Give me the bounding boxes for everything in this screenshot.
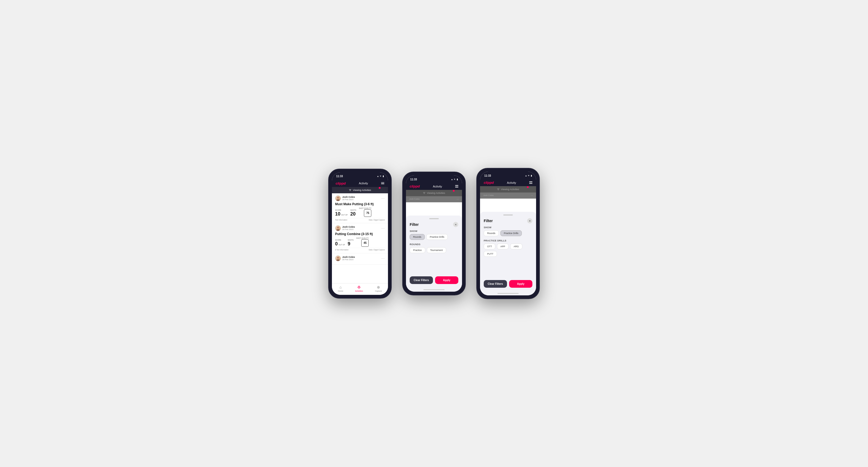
dimmed-user-bar: Josh Coles ···: [406, 196, 462, 202]
logo-2: clippd: [410, 184, 420, 188]
apply-2[interactable]: Apply: [435, 276, 458, 284]
chip-tournament-2[interactable]: Tournament: [427, 247, 446, 253]
close-filter-3[interactable]: ✕: [527, 218, 532, 223]
status-icons-2: ▲ ᯤ ▮: [451, 178, 458, 181]
capture-label: Capture: [375, 290, 382, 292]
avatar-1: [335, 195, 341, 201]
user-name-1: Josh Coles: [342, 196, 355, 198]
menu-icon-2[interactable]: [455, 185, 458, 187]
notch-2: [424, 175, 444, 181]
rounds-chips-2: Practice Tournament: [410, 247, 458, 253]
user-date-1: 28 Feb 2023: [342, 198, 355, 201]
capture-icon: ⊕: [377, 285, 380, 289]
nav-bar-1: clippd Activity: [332, 180, 388, 187]
viewing-bar-3-dimmed: Viewing Activities: [480, 186, 536, 192]
chip-rounds-2[interactable]: Rounds: [410, 234, 425, 240]
sheet-header-2: Filter ✕: [410, 222, 458, 227]
chip-putt-3[interactable]: PUTT: [484, 251, 497, 257]
user-info-1: Josh Coles 28 Feb 2023: [335, 195, 355, 201]
clear-filters-2[interactable]: Clear Filters: [410, 276, 433, 284]
notification-dot-1: [379, 187, 380, 189]
avatar-svg-3: [335, 255, 341, 261]
activities-label: Activities: [355, 290, 363, 292]
menu-icon-1[interactable]: [381, 182, 384, 185]
rounds-label-2: Rounds: [410, 243, 458, 246]
time-2: 11:33: [410, 178, 417, 181]
viewing-text-2: Viewing Activities: [427, 192, 445, 194]
home-label: Home: [338, 290, 343, 292]
sheet-handle-2: [429, 218, 439, 219]
close-filter-2[interactable]: ✕: [453, 222, 458, 227]
phone-2: 11:33 ▲ ᯤ ▮ clippd Activity Viewing Acti…: [402, 172, 466, 295]
chip-practice-drills-3[interactable]: Practice Drills: [500, 230, 522, 236]
time-1: 11:33: [336, 175, 343, 178]
user-info-2: Josh Coles 28 Feb 2023: [335, 225, 355, 231]
quality-badge-2: 45: [361, 239, 369, 247]
viewing-text-3: Viewing Activities: [501, 188, 519, 191]
show-chips-3: Rounds Practice Drills: [484, 230, 532, 236]
quality-badge-1: 75: [364, 210, 371, 217]
filter-sheet-2: Filter ✕ Show Rounds Practice Drills Rou…: [406, 216, 462, 288]
chip-practice-2[interactable]: Practice: [410, 247, 425, 253]
svg-point-0: [337, 196, 339, 198]
nav-title-1: Activity: [359, 182, 368, 185]
nav-activities-1[interactable]: ♻ Activities: [355, 285, 363, 292]
activity-card-2: Josh Coles 28 Feb 2023 ··· Putting Combi…: [332, 223, 388, 253]
time-3: 11:33: [484, 174, 491, 177]
activity-card-3: Josh Coles 28 Feb 2023 ···: [332, 253, 388, 265]
wifi-icon: ᯤ: [380, 175, 382, 178]
filter-icon-2: [423, 192, 426, 194]
score-value-1: 10: [335, 211, 340, 217]
avatar-svg-1: [335, 195, 341, 201]
avatar-3: [335, 255, 341, 261]
card-header-3: Josh Coles 28 Feb 2023 ···: [335, 255, 385, 261]
chip-arg-3[interactable]: ARG: [510, 244, 522, 249]
activities-icon: ♻: [357, 285, 361, 289]
user-date-3: 28 Feb 2023: [342, 258, 355, 261]
sheet-handle-3: [503, 214, 513, 216]
filter-buttons-2: Clear Filters Apply: [410, 276, 458, 284]
card-footer-2: ℹ Test Information Data: Clippd Capture: [335, 248, 385, 251]
more-dots-2[interactable]: ···: [381, 226, 385, 230]
battery-icon-3: ▮: [531, 175, 532, 177]
status-icons-3: ▲ ᯤ ▮: [525, 175, 532, 177]
notification-dot-2: [453, 190, 455, 192]
logo-1: clippd: [336, 181, 346, 185]
user-info-3: Josh Coles 28 Feb 2023: [335, 255, 355, 261]
stats-row-2: Score 0 OUT OF Shots 9 Shot Quality 45: [335, 237, 385, 247]
more-dots-3[interactable]: ···: [381, 256, 385, 260]
chip-ott-3[interactable]: OTT: [484, 244, 495, 249]
sheet-bottom-3: [480, 291, 536, 295]
more-dots-1[interactable]: ···: [381, 196, 385, 200]
filter-icon-3: [497, 188, 500, 191]
score-value-2: 0: [335, 241, 338, 247]
activity-title-1: Must Make Putting (3-6 ft): [335, 202, 385, 206]
chip-rounds-3[interactable]: Rounds: [484, 230, 499, 236]
card-header-1: Josh Coles 28 Feb 2023 ···: [335, 195, 385, 201]
practice-chips-3: OTT APP ARG PUTT: [484, 244, 532, 257]
nav-capture-1[interactable]: ⊕ Capture: [375, 285, 382, 292]
battery-icon: ▮: [383, 175, 384, 178]
user-name-2: Josh Coles: [342, 225, 355, 228]
chip-app-3[interactable]: APP: [497, 244, 508, 249]
nav-home-1[interactable]: ⌂ Home: [338, 285, 343, 292]
apply-3[interactable]: Apply: [509, 280, 532, 288]
svg-point-2: [337, 226, 339, 228]
clear-filters-3[interactable]: Clear Filters: [484, 280, 507, 288]
filter-buttons-3: Clear Filters Apply: [484, 280, 532, 288]
filter-title-2: Filter: [410, 222, 418, 227]
card-footer-1: Test Information Data: Clippd Capture: [335, 218, 385, 221]
chip-practice-drills-2[interactable]: Practice Drills: [426, 234, 448, 240]
nav-bar-3: clippd Activity: [480, 179, 536, 186]
viewing-bar-1: Viewing Activities: [332, 187, 388, 193]
filter-icon-1: [349, 189, 351, 191]
menu-icon-3[interactable]: [529, 181, 532, 184]
logo-3: clippd: [484, 181, 494, 185]
bottom-nav-1: ⌂ Home ♻ Activities ⊕ Capture: [332, 283, 388, 295]
filter-title-3: Filter: [484, 219, 493, 223]
activity-card-1: Josh Coles 28 Feb 2023 ··· Must Make Put…: [332, 193, 388, 223]
sheet-bottom-2: [406, 288, 462, 292]
filter-overlay-3: Filter ✕ Show Rounds Practice Drills Pra…: [480, 212, 536, 291]
avatar-svg-2: [335, 225, 341, 231]
notch: [349, 173, 371, 178]
